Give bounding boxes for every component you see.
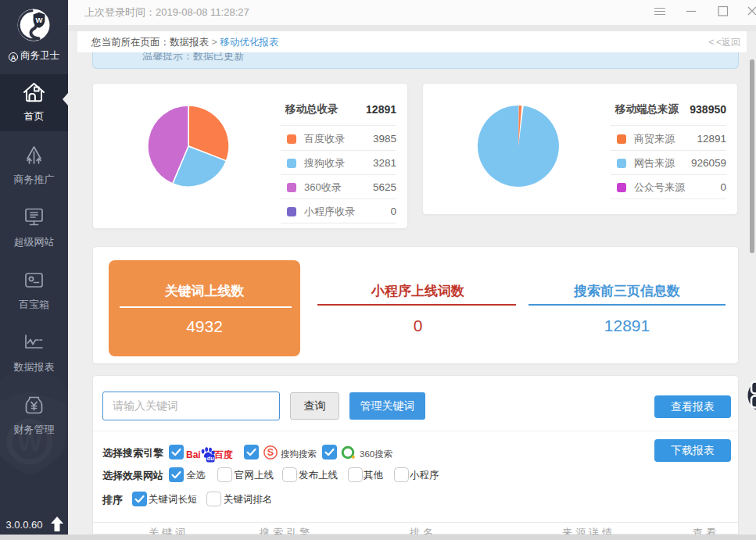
svg-text:S: S <box>267 447 274 458</box>
svg-text:W: W <box>36 16 43 24</box>
svg-text:du: du <box>206 455 214 462</box>
svg-text:W: W <box>17 427 43 456</box>
